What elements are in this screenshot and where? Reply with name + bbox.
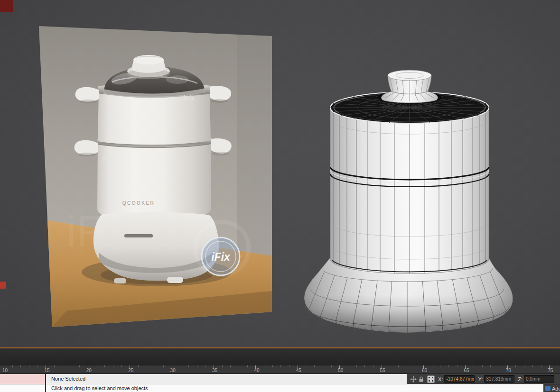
application-window: iFix (0, 0, 560, 392)
ruler-label: 50 (338, 368, 343, 373)
move-transform-icon[interactable] (410, 376, 417, 383)
time-tag-segment[interactable]: Add (544, 384, 560, 392)
selection-status-text: None Selected (51, 376, 85, 382)
ruler-label: 25 (128, 368, 133, 373)
maxscript-mini-listener (0, 374, 46, 392)
track-bar[interactable] (0, 348, 560, 365)
watermark-badge: iFix (202, 237, 240, 275)
viewport-3d[interactable]: iFix (0, 0, 560, 347)
ruler-label: 60 (422, 368, 427, 373)
x-coordinate-field[interactable]: -1074,677mm (444, 375, 475, 383)
time-tag-icon (545, 386, 551, 391)
z-coordinate-label: Z: (518, 376, 523, 382)
cooker-3d-model[interactable] (305, 70, 513, 336)
x-coordinate-label: X: (438, 376, 443, 382)
absolute-mode-transform-button[interactable] (427, 375, 435, 383)
ruler-label: 75 (548, 368, 553, 373)
ruler-label: 65 (464, 368, 469, 373)
listener-macro-row[interactable] (0, 374, 45, 384)
viewport-artifact-red-square (0, 0, 13, 12)
ruler-label: 55 (380, 368, 385, 373)
z-coordinate-field[interactable]: 0,0mm (524, 375, 554, 383)
viewport-canvas: iFix (0, 0, 560, 347)
watermark-text: iFix (184, 94, 195, 102)
ruler-label: 40 (254, 368, 259, 373)
selection-status: None Selected (46, 374, 407, 384)
brand-text: QCOOKER (122, 201, 155, 206)
badge-text: iFix (211, 251, 231, 263)
ruler-major-ticks (0, 365, 560, 369)
transform-type-in: X: -1074,677mm Y: 317,813mm Z: 0,0mm Gri… (407, 374, 560, 384)
ruler-label: 70 (506, 368, 511, 373)
status-bar: None Selected Click and drag to select a… (0, 374, 560, 392)
listener-script-row[interactable] (0, 384, 45, 392)
y-coordinate-field[interactable]: 317,813mm (484, 375, 514, 383)
viewport-artifact-red-mark (0, 282, 6, 289)
prompt-text: Click and drag to select and move object… (51, 385, 148, 391)
ruler-label: 10 (2, 368, 8, 373)
ruler-label: 35 (212, 368, 217, 373)
ruler-label: 20 (86, 368, 92, 373)
selection-lock-icon[interactable] (418, 376, 424, 383)
model-lid-knob (377, 70, 442, 104)
ruler-label: 30 (170, 368, 176, 373)
prompt-line: Click and drag to select and move object… (46, 384, 543, 392)
model-body (330, 108, 489, 273)
reference-image-plane[interactable]: iFix (37, 24, 274, 329)
watermark-text: iFix (103, 155, 114, 163)
y-coordinate-label: Y: (478, 376, 483, 382)
timeline-ruler[interactable]: 1015202530354045505560657075 (0, 365, 560, 374)
add-time-tag-label: Add (552, 386, 560, 392)
ruler-label: 45 (296, 368, 301, 373)
ruler-label: 15 (44, 368, 49, 373)
